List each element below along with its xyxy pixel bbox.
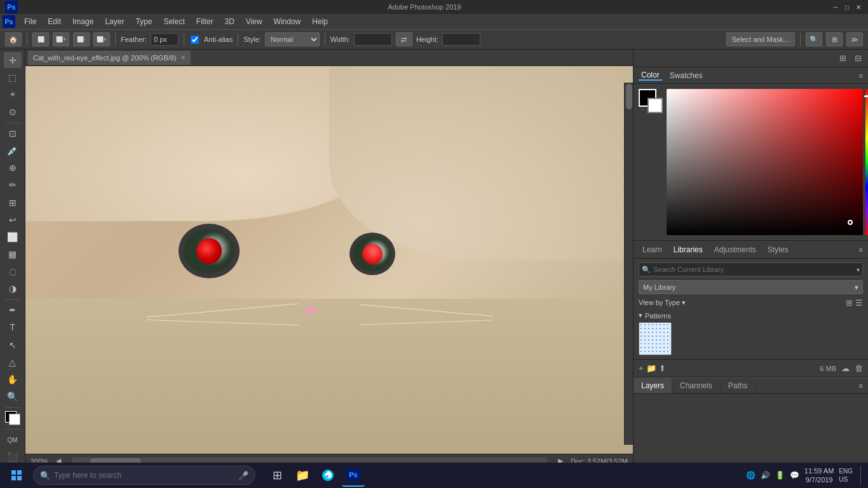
style-select[interactable]: Normal Fixed Ratio Fixed Size xyxy=(265,32,320,46)
home-btn[interactable]: 🏠 xyxy=(5,32,22,46)
cloud-status-icon[interactable]: ☁ xyxy=(841,363,850,373)
menu-edit[interactable]: Edit xyxy=(43,16,66,27)
library-search-input[interactable] xyxy=(653,266,854,273)
history-brush-tool[interactable]: ↩ xyxy=(4,212,22,227)
swap-btn[interactable]: ⇄ xyxy=(396,32,412,46)
quick-select-tool[interactable]: ⊙ xyxy=(4,104,22,119)
sound-icon[interactable]: 🔊 xyxy=(761,471,770,480)
taskbar-file-explorer[interactable]: 📁 xyxy=(291,464,314,487)
color-gradient-container[interactable] xyxy=(667,89,863,235)
close-btn[interactable]: ✕ xyxy=(854,3,863,11)
menu-window[interactable]: Window xyxy=(269,16,306,27)
add-library-btn[interactable]: + xyxy=(639,363,644,373)
bg-swatch[interactable] xyxy=(648,98,663,113)
taskbar-edge[interactable] xyxy=(316,464,339,487)
show-desktop-btn[interactable] xyxy=(860,466,863,485)
menu-filter[interactable]: Filter xyxy=(191,16,219,27)
heal-tool[interactable]: ⊕ xyxy=(4,160,22,176)
move-tool[interactable]: ✛ xyxy=(4,52,22,68)
library-search-row[interactable]: 🔍 ▾ xyxy=(639,262,863,276)
canvas-image[interactable] xyxy=(25,66,633,454)
type-tool[interactable]: T xyxy=(4,320,22,336)
color-panel-menu[interactable]: ≡ xyxy=(859,72,863,79)
crop-tool[interactable]: ⊡ xyxy=(4,125,22,141)
menu-type[interactable]: Type xyxy=(130,16,157,27)
gradient-tool[interactable]: ▦ xyxy=(4,246,22,262)
color-gradient[interactable] xyxy=(667,89,863,235)
tab-paths[interactable]: Paths xyxy=(721,378,756,393)
intersect-selection-btn[interactable]: ⬜× xyxy=(93,32,110,46)
menu-image[interactable]: Image xyxy=(67,16,98,27)
hand-tool[interactable]: ✋ xyxy=(4,371,22,387)
pattern-thumbnail[interactable] xyxy=(639,322,672,355)
v-scroll-thumb[interactable] xyxy=(626,84,632,109)
tab-layers[interactable]: Layers xyxy=(634,378,672,393)
quick-mask-btn[interactable]: QM xyxy=(4,432,22,448)
background-color[interactable] xyxy=(9,414,20,425)
eraser-tool[interactable]: ⬜ xyxy=(4,229,22,245)
width-input[interactable] xyxy=(354,33,392,46)
tab-close-btn[interactable]: ✕ xyxy=(180,54,186,61)
start-button[interactable] xyxy=(5,464,28,487)
brush-tool[interactable]: ✏ xyxy=(4,177,22,193)
taskbar-task-view[interactable]: ⊞ xyxy=(266,464,288,487)
add-selection-btn[interactable]: ⬜+ xyxy=(53,32,69,46)
panel-tool-1[interactable]: ⊞ xyxy=(835,51,850,66)
fg-bg-swatches[interactable] xyxy=(639,89,663,113)
feather-input[interactable] xyxy=(151,33,179,46)
dodge-tool[interactable]: ◑ xyxy=(4,281,22,297)
height-input[interactable] xyxy=(442,33,480,46)
tab-channels[interactable]: Channels xyxy=(672,378,721,393)
collapse-icon[interactable]: ▾ xyxy=(639,311,642,320)
my-library-dropdown[interactable]: My Library ▾ xyxy=(639,280,863,294)
tab-adjustments[interactable]: Adjustments xyxy=(710,245,760,254)
taskbar-photoshop[interactable]: Ps xyxy=(342,464,365,487)
window-controls[interactable]: ─ □ ✕ xyxy=(831,3,863,11)
vertical-scrollbar[interactable] xyxy=(624,83,633,445)
eyedropper-tool[interactable]: 💉 xyxy=(4,143,22,159)
more-btn[interactable]: ≫ xyxy=(846,32,863,46)
mic-icon[interactable]: 🎤 xyxy=(238,471,248,480)
canvas-wrapper[interactable] xyxy=(25,66,633,454)
shape-tool[interactable]: △ xyxy=(4,354,22,370)
tab-libraries[interactable]: Libraries xyxy=(670,245,707,254)
menu-3d[interactable]: 3D xyxy=(219,16,239,27)
tab-learn[interactable]: Learn xyxy=(639,245,666,254)
anti-alias-checkbox[interactable] xyxy=(191,36,199,44)
language-display[interactable]: ENG US xyxy=(839,467,853,484)
menu-view[interactable]: View xyxy=(241,16,268,27)
workspaces-btn[interactable]: ⊞ xyxy=(826,32,843,46)
panel-tool-2[interactable]: ⊟ xyxy=(850,51,865,66)
pen-tool[interactable]: ✒ xyxy=(4,302,22,318)
path-select-tool[interactable]: ↖ xyxy=(4,337,22,353)
taskbar-clock[interactable]: 11:59 AM 9/7/2019 xyxy=(804,466,834,485)
delete-btn[interactable]: 🗑 xyxy=(855,363,863,373)
menu-file[interactable]: File xyxy=(19,16,41,27)
menu-select[interactable]: Select xyxy=(158,16,189,27)
search-btn[interactable]: 🔍 xyxy=(806,32,822,46)
taskbar-search[interactable]: 🔍 🎤 xyxy=(33,466,255,485)
new-selection-btn[interactable]: ⬜ xyxy=(32,32,49,46)
libraries-panel-menu[interactable]: ≡ xyxy=(859,246,863,254)
menu-layer[interactable]: Layer xyxy=(100,16,129,27)
color-picker[interactable] xyxy=(4,410,22,426)
battery-icon[interactable]: 🔋 xyxy=(775,471,785,480)
list-view-icon[interactable]: ☰ xyxy=(855,298,863,308)
hue-bar[interactable] xyxy=(865,89,868,235)
notifications-icon[interactable]: 💬 xyxy=(790,471,799,480)
minimize-btn[interactable]: ─ xyxy=(831,3,840,11)
lasso-tool[interactable]: ⌖ xyxy=(4,86,22,102)
subtract-selection-btn[interactable]: ⬜- xyxy=(73,32,90,46)
stamp-tool[interactable]: ⊞ xyxy=(4,194,22,210)
select-mask-btn[interactable]: Select and Mask... xyxy=(726,32,796,46)
menu-help[interactable]: Help xyxy=(307,16,333,27)
new-folder-btn[interactable]: 📁 xyxy=(646,363,656,373)
marquee-tool[interactable]: ⬚ xyxy=(4,69,22,85)
tab-swatches[interactable]: Swatches xyxy=(667,71,705,80)
document-tab[interactable]: Cat_with_red-eye_effect.jpg @ 200% (RGB/… xyxy=(28,51,191,65)
taskbar-search-input[interactable] xyxy=(54,471,234,480)
tab-styles[interactable]: Styles xyxy=(764,245,792,254)
blur-tool[interactable]: ◌ xyxy=(4,264,22,280)
grid-view-icon[interactable]: ⊞ xyxy=(846,298,853,308)
maximize-btn[interactable]: □ xyxy=(843,3,851,11)
